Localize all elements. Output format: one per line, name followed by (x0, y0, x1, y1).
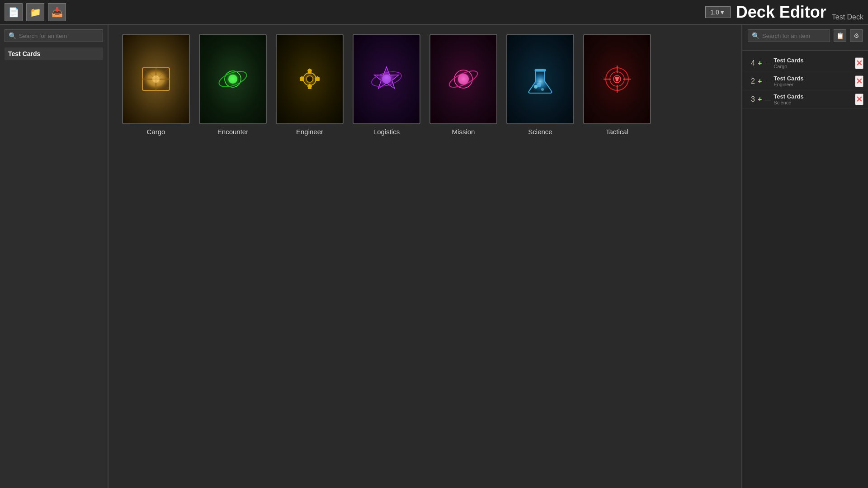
right-search-input[interactable] (762, 33, 826, 39)
deck-remove-button-0[interactable]: ✕ (855, 57, 863, 69)
deck-entry-sub-0: Cargo (774, 64, 852, 69)
deck-name-header: Test Deck (832, 13, 863, 24)
card-image-tactical (583, 34, 651, 124)
svg-point-24 (458, 74, 469, 84)
svg-point-27 (541, 88, 544, 91)
save-file-button[interactable]: 📥 (48, 3, 66, 21)
card-label-logistics: Logistics (373, 128, 400, 136)
deck-entry-info-1: Test Cards Engineer (774, 75, 852, 87)
card-item-engineer[interactable]: Engineer (276, 34, 344, 136)
card-item-mission[interactable]: Mission (429, 34, 497, 136)
card-grid: Cargo (122, 34, 728, 136)
card-image-cargo (122, 34, 190, 124)
card-image-engineer (276, 34, 344, 124)
right-search-box[interactable]: 🔍 (748, 29, 830, 42)
deck-entry-name-2: Test Cards (774, 93, 852, 100)
deck-add-button-2[interactable]: + (758, 95, 762, 103)
card-label-science: Science (528, 128, 552, 136)
card-image-science (506, 34, 574, 124)
card-item-tactical[interactable]: Tactical (583, 34, 651, 136)
card-image-encounter (199, 34, 267, 124)
svg-point-8 (228, 75, 237, 84)
right-sidebar-header: 🔍 📋 ⚙ (742, 25, 868, 51)
left-search-box[interactable]: 🔍 (5, 29, 103, 42)
deck-entry-0: 4 + — Test Cards Cargo ✕ (742, 54, 868, 72)
card-label-mission: Mission (452, 128, 475, 136)
center-content: Cargo (108, 25, 741, 488)
svg-point-5 (152, 75, 160, 83)
topbar: 📄 📁 📥 1.0▼ Deck Editor Test Deck (0, 0, 868, 25)
left-search-input[interactable] (19, 33, 99, 39)
version-badge[interactable]: 1.0▼ (705, 6, 730, 18)
deck-separator-1: — (764, 78, 771, 85)
deck-entry-count-0: 4 (747, 59, 755, 67)
deck-settings-button[interactable]: ⚙ (850, 29, 863, 42)
card-label-cargo: Cargo (147, 128, 165, 136)
card-item-logistics[interactable]: Logistics (353, 34, 420, 136)
deck-add-button-1[interactable]: + (758, 77, 762, 85)
main-layout: 🔍 Test Cards (0, 25, 868, 488)
sidebar-item-test-cards[interactable]: Test Cards (5, 47, 103, 60)
open-file-button[interactable]: 📁 (26, 3, 44, 21)
deck-list: 4 + — Test Cards Cargo ✕ 2 + — Test Card… (742, 51, 868, 488)
deck-entry-name-0: Test Cards (774, 57, 852, 64)
card-label-tactical: Tactical (606, 128, 628, 136)
app-title: Deck Editor (736, 3, 826, 22)
right-sidebar: 🔍 📋 ⚙ 4 + — Test Cards Cargo ✕ (741, 25, 868, 488)
deck-entry-name-1: Test Cards (774, 75, 852, 82)
deck-remove-button-1[interactable]: ✕ (855, 75, 863, 87)
deck-entry-2: 3 + — Test Cards Science ✕ (742, 90, 868, 108)
deck-entry-count-1: 2 (747, 77, 755, 85)
card-item-cargo[interactable]: Cargo (122, 34, 190, 136)
deck-separator-2: — (764, 96, 771, 103)
card-item-encounter[interactable]: Encounter (199, 34, 267, 136)
svg-point-10 (307, 76, 313, 82)
card-label-encounter: Encounter (217, 128, 248, 136)
card-image-mission (429, 34, 497, 124)
deck-entry-info-0: Test Cards Cargo (774, 57, 852, 69)
svg-point-20 (382, 75, 391, 84)
left-search-icon: 🔍 (9, 32, 16, 39)
deck-entry-1: 2 + — Test Cards Engineer ✕ (742, 72, 868, 90)
deck-add-button-0[interactable]: + (758, 59, 762, 67)
svg-rect-25 (535, 69, 546, 71)
deck-entry-sub-2: Science (774, 100, 852, 105)
card-item-science[interactable]: Science (506, 34, 574, 136)
deck-remove-button-2[interactable]: ✕ (855, 94, 863, 105)
deck-view-toggle-button[interactable]: 📋 (834, 29, 846, 42)
deck-entry-sub-1: Engineer (774, 82, 852, 87)
card-label-engineer: Engineer (296, 128, 323, 136)
right-search-icon: 🔍 (752, 32, 760, 39)
deck-separator-0: — (764, 60, 771, 67)
left-sidebar: 🔍 Test Cards (0, 25, 108, 488)
card-image-logistics (353, 34, 420, 124)
new-file-button[interactable]: 📄 (5, 3, 23, 21)
deck-entry-info-2: Test Cards Science (774, 93, 852, 105)
svg-point-28 (537, 83, 541, 87)
deck-entry-count-2: 3 (747, 95, 755, 103)
